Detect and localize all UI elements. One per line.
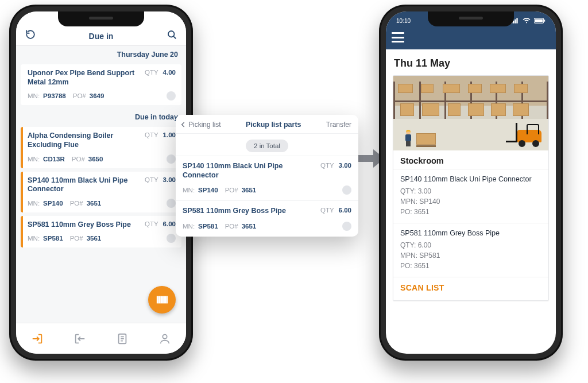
po-label: PO: bbox=[400, 208, 412, 216]
mn-label: MN: bbox=[28, 200, 40, 207]
wifi-icon bbox=[523, 18, 531, 24]
item-name: SP581 110mm Grey Boss Pipe bbox=[183, 207, 315, 216]
due-in-item[interactable]: SP581 110mm Grey Boss Pipe QTY 6.00 MN: … bbox=[21, 216, 181, 248]
pickup-item[interactable]: SP581 110mm Grey Boss Pipe QTY 6.00 MN: … bbox=[176, 200, 358, 237]
svg-rect-9 bbox=[357, 155, 373, 162]
phone-left: Due in Thursday June 20 Uponor Pex Pipe … bbox=[9, 5, 193, 361]
qty-label: QTY: bbox=[400, 241, 416, 249]
svg-rect-1 bbox=[157, 297, 158, 303]
qty-value: 3.00 bbox=[418, 187, 431, 195]
date-heading: Thu 11 May bbox=[394, 57, 549, 69]
mpn-label: MPN: bbox=[400, 252, 417, 260]
pickup-list-card: Picking list Pickup list parts Transfer … bbox=[176, 115, 358, 237]
qty-label: QTY bbox=[145, 69, 158, 76]
item-name: SP140 110mm Black Uni Pipe Connector bbox=[28, 176, 140, 194]
count-label: 2 in Total bbox=[246, 140, 288, 152]
phone-right-screen: 10:10 Thu 11 May bbox=[386, 11, 556, 354]
stock-item-title: SP140 110mm Black Uni Pipe Connector bbox=[400, 174, 541, 185]
mn-label: MN: bbox=[28, 235, 40, 242]
item-name: Alpha Condensing Boiler Excluding Flue bbox=[28, 131, 140, 149]
barcode-fab[interactable] bbox=[148, 286, 176, 314]
po-value: 3651 bbox=[242, 223, 257, 230]
qty-label: QTY bbox=[145, 220, 158, 227]
svg-rect-4 bbox=[163, 297, 164, 303]
qty-label: QTY bbox=[145, 176, 158, 183]
qty-value: 6.00 bbox=[339, 207, 351, 214]
svg-point-14 bbox=[526, 22, 527, 23]
svg-rect-3 bbox=[161, 297, 162, 303]
pickup-item[interactable]: SP140 110mm Black Uni Pipe Connector QTY… bbox=[176, 156, 358, 200]
mn-value: P93788 bbox=[43, 92, 66, 99]
tab-list-icon[interactable] bbox=[115, 332, 129, 346]
qty-label: QTY bbox=[145, 131, 158, 138]
refresh-icon[interactable] bbox=[24, 28, 37, 41]
phone-notch bbox=[428, 11, 514, 26]
due-in-item[interactable]: Alpha Condensing Boiler Excluding Flue Q… bbox=[21, 127, 181, 168]
mn-value: SP581 bbox=[198, 223, 218, 230]
po-label: PO# bbox=[225, 223, 238, 230]
mn-label: MN: bbox=[28, 156, 40, 163]
mn-value: SP140 bbox=[198, 187, 218, 194]
section-heading: Thursday June 20 bbox=[16, 46, 186, 61]
location-title: Stockroom bbox=[393, 150, 548, 169]
status-dot-icon[interactable] bbox=[167, 154, 176, 164]
transfer-button[interactable]: Transfer bbox=[326, 121, 351, 129]
item-name: SP581 110mm Grey Boss Pipe bbox=[28, 220, 140, 230]
stock-item: SP581 110mm Grey Boss Pipe QTY: 6.00 MPN… bbox=[393, 223, 548, 277]
status-dot-icon[interactable] bbox=[167, 234, 176, 243]
svg-rect-2 bbox=[159, 297, 160, 303]
svg-rect-12 bbox=[514, 20, 516, 24]
svg-rect-17 bbox=[544, 20, 546, 21]
status-dot-icon[interactable] bbox=[167, 91, 176, 100]
scan-list-button[interactable]: SCAN LIST bbox=[393, 277, 548, 300]
due-in-item[interactable]: SP140 110mm Black Uni Pipe Connector QTY… bbox=[21, 172, 181, 212]
mpn-label: MPN: bbox=[400, 198, 417, 206]
tab-profile-icon[interactable] bbox=[158, 332, 172, 346]
qty-value: 6.00 bbox=[418, 241, 431, 249]
qty-label: QTY: bbox=[400, 187, 416, 195]
po-label: PO: bbox=[400, 262, 412, 270]
mn-label: MN: bbox=[28, 92, 40, 99]
battery-icon bbox=[534, 18, 546, 24]
qty-value: 1.00 bbox=[163, 131, 176, 138]
stockroom-card: Stockroom SP140 110mm Black Uni Pipe Con… bbox=[393, 75, 549, 301]
back-button[interactable]: Picking list bbox=[179, 121, 221, 129]
tab-out-icon[interactable] bbox=[73, 332, 87, 346]
menu-icon[interactable] bbox=[392, 32, 405, 42]
svg-point-8 bbox=[163, 334, 167, 338]
phone-left-screen: Due in Thursday June 20 Uponor Pex Pipe … bbox=[16, 11, 186, 354]
po-value: 3651 bbox=[242, 187, 257, 194]
mn-value: SP581 bbox=[43, 235, 63, 242]
svg-rect-6 bbox=[167, 297, 167, 303]
phone-right: 10:10 Thu 11 May bbox=[379, 5, 563, 361]
tab-in-icon[interactable] bbox=[30, 332, 44, 346]
po-label: PO# bbox=[72, 156, 85, 163]
section-heading: Due in today bbox=[16, 109, 186, 123]
stock-item: SP140 110mm Black Uni Pipe Connector QTY… bbox=[393, 169, 548, 223]
mn-value: SP140 bbox=[43, 200, 63, 207]
status-dot-icon[interactable] bbox=[342, 185, 351, 195]
po-value: 3650 bbox=[88, 156, 103, 163]
po-value: 3651 bbox=[414, 262, 430, 270]
search-icon[interactable] bbox=[165, 28, 178, 41]
qty-value: 6.00 bbox=[163, 220, 176, 227]
header-title: Due in bbox=[89, 32, 114, 41]
due-in-item[interactable]: Uponor Pex Pipe Bend Support Metal 12mm … bbox=[21, 64, 181, 105]
mpn-value: SP140 bbox=[419, 198, 440, 206]
qty-label: QTY bbox=[320, 162, 334, 169]
app-header bbox=[386, 25, 556, 49]
warehouse-illustration bbox=[393, 76, 548, 150]
po-value: 3649 bbox=[90, 92, 105, 99]
po-value: 3651 bbox=[87, 200, 102, 207]
po-label: PO# bbox=[70, 200, 83, 207]
bottom-tabbar bbox=[16, 323, 186, 354]
status-dot-icon[interactable] bbox=[167, 199, 176, 208]
mn-label: MN: bbox=[183, 223, 195, 230]
po-label: PO# bbox=[225, 187, 238, 194]
po-label: PO# bbox=[70, 235, 83, 242]
svg-rect-16 bbox=[535, 20, 543, 22]
phone-notch bbox=[58, 11, 144, 26]
status-dot-icon[interactable] bbox=[342, 222, 351, 231]
po-value: 3561 bbox=[87, 235, 102, 242]
mn-label: MN: bbox=[183, 187, 195, 194]
